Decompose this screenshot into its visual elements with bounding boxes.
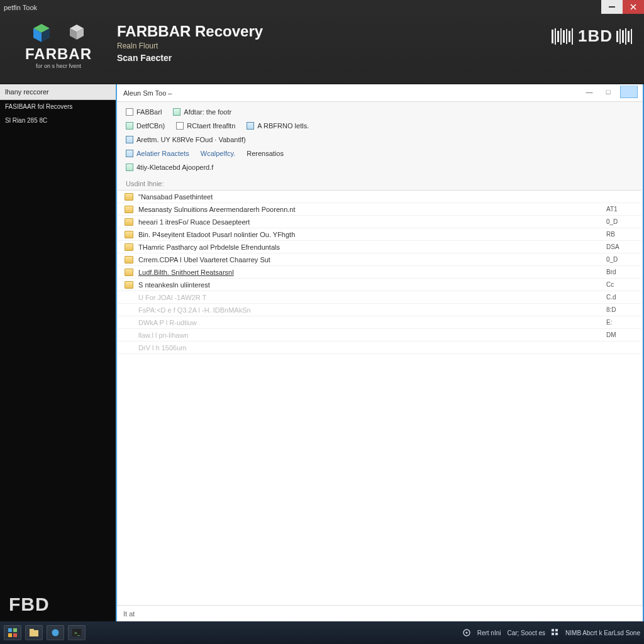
panel-minimize-button[interactable]: — [582, 86, 596, 97]
folder-icon [125, 193, 133, 201]
list-item-name: heeari 1 itresFo/ Ruace Desaepteert [138, 218, 606, 226]
folder-icon [125, 294, 133, 301]
scan-option-r2-0[interactable]: DetfCBn) [126, 122, 165, 130]
list-item[interactable]: THamric Pastharcy aol Prbdelsle Efrendun… [118, 241, 641, 253]
folder-icon [125, 344, 133, 352]
folder-icon [125, 231, 133, 238]
scan-option-r4-2[interactable]: Rerensatios [247, 150, 284, 157]
browser-icon [51, 629, 60, 636]
option-label: A RBFRNO letls. [257, 122, 309, 130]
panel-maximize-button[interactable]: □ [601, 86, 615, 97]
cube-logo-icon [31, 23, 52, 44]
folder-icon [125, 319, 133, 326]
list-item[interactable]: DrV l h 1506um [118, 341, 641, 354]
list-item-name: THamric Pastharcy aol Prbdelsle Efrendun… [138, 243, 606, 251]
tray-text-1[interactable]: Rert nIni [477, 630, 501, 636]
checkbox-icon [126, 136, 133, 143]
scan-option-r1-0[interactable]: FABBarl [126, 108, 162, 116]
option-label: 4tiy-Kletacebd Ajooperd.f [136, 164, 213, 171]
sidebar-spacer [0, 127, 116, 587]
list-item[interactable]: Crrem.CDPA I Ubel Vaarteret Chaarrey Sut… [118, 253, 641, 266]
option-label: Arettm. UY K8RVe FOud · Vabantlf) [136, 136, 246, 143]
tray-text-2[interactable]: Car; Sooct es [507, 630, 545, 636]
option-label: DetfCBn) [136, 122, 165, 130]
list-item-name: llaw.l l pn-lihawn [138, 331, 606, 339]
tray-text-3[interactable]: NIMB Abcrt k EarLsd Sone [565, 630, 640, 636]
taskbar-app-3[interactable]: >_ [68, 625, 86, 640]
option-label: Wcalpelfcy. [201, 150, 235, 157]
taskbar-app-2[interactable] [47, 625, 64, 640]
panel-action-button[interactable] [620, 86, 638, 98]
list-item[interactable]: FsPA:<D e f Q3.2A l -H. IDBnMAkSn8:D [118, 304, 641, 316]
list-item[interactable]: Bin. P4seyitent Etadoot Pusarl nolintier… [118, 228, 641, 241]
svg-rect-12 [560, 28, 562, 45]
folder-icon [125, 331, 133, 339]
logo-subtitle: for on s hecr fvent [36, 63, 81, 69]
app-subtitle-2: Scan Faecter [117, 53, 636, 63]
checkbox-icon [126, 164, 133, 171]
list-item[interactable]: DWkA P l R-udtiuwE: [118, 316, 641, 329]
svg-rect-36 [552, 633, 554, 635]
folder-icon [125, 243, 133, 251]
checkbox-icon [173, 108, 180, 116]
list-item-tag: C.d [606, 294, 635, 301]
sidebar-nav-recovery[interactable]: lhany reccorer [0, 84, 116, 100]
sidebar-sub-1[interactable]: FASIBAAR fol Recovers [0, 100, 116, 114]
system-tray: Rert nIni Car; Sooct es NIMB Abcrt k Ear… [462, 628, 640, 637]
folder-icon [125, 206, 133, 213]
list-item-name: U For JOAl -1AW2R T [138, 294, 606, 301]
minimize-button[interactable] [601, 0, 623, 14]
scan-option-r4-1[interactable]: Wcalpelfcy. [201, 150, 235, 157]
list-item-name: Mesanasty Sulnuitions Areermendarerh Poo… [138, 206, 606, 213]
scan-option-r2-1[interactable]: RCtaert lfreafltn [176, 122, 235, 130]
folder-icon [125, 306, 133, 314]
option-label: Rerensatios [247, 150, 284, 157]
taskbar-start-button[interactable] [4, 625, 21, 640]
gear-icon[interactable] [462, 628, 471, 637]
results-list[interactable]: "Nansabad PasethinteetMesanasty Sulnuiti… [118, 190, 641, 605]
svg-rect-13 [563, 30, 565, 43]
svg-rect-28 [30, 629, 34, 631]
scan-option-r4-0[interactable]: Aelatier Raactets [126, 150, 189, 157]
taskbar-app-1[interactable] [25, 625, 43, 640]
list-item-tag: DM [606, 331, 635, 338]
folder-icon [125, 256, 133, 264]
list-item[interactable]: heeari 1 itresFo/ Ruace Desaepteert0_D [118, 216, 641, 228]
svg-rect-16 [572, 28, 573, 45]
svg-rect-19 [622, 30, 624, 43]
breadcrumb-bar: Aleun Sm Too – — □ [117, 84, 643, 102]
options-row-2: DetfCBn)RCtaert lfreafltnA RBFRNO letls. [117, 116, 643, 130]
close-button[interactable] [623, 0, 644, 14]
list-item-name: FsPA:<D e f Q3.2A l -H. IDBnMAkSn [138, 306, 606, 314]
list-item[interactable]: Ludf.Bilth. Snithoert ReatsarsnlBrd [118, 266, 641, 279]
breadcrumb-text: Aleun Sm Too – [123, 89, 172, 97]
grid-icon[interactable] [552, 629, 559, 636]
list-item-name: Ludf.Bilth. Snithoert Reatsarsnl [138, 269, 606, 276]
option-label: FABBarl [136, 108, 162, 116]
svg-rect-34 [552, 629, 554, 631]
list-item[interactable]: "Nansabad Pasethinteet [118, 191, 641, 203]
svg-rect-26 [13, 633, 17, 637]
scan-options: FABBarlAfdtar: the footr DetfCBn)RCtaert… [117, 102, 643, 175]
list-item[interactable]: Mesanasty Sulnuitions Areermendarerh Poo… [118, 203, 641, 216]
scan-option-r1-1[interactable]: Afdtar: the footr [173, 108, 231, 116]
svg-rect-14 [566, 29, 567, 44]
list-item[interactable]: U For JOAl -1AW2R TC.d [118, 291, 641, 304]
scan-option-r5-0[interactable]: 4tiy-Kletacebd Ajooperd.f [126, 164, 213, 171]
window-title: petfin Took [4, 4, 37, 11]
svg-rect-9 [552, 30, 553, 43]
checkbox-icon [247, 122, 254, 130]
list-item[interactable]: llaw.l l pn-lihawnDM [118, 329, 641, 341]
list-section-label: Usdint lhnie: [117, 175, 643, 189]
svg-rect-25 [8, 633, 12, 637]
status-bar: It at [117, 605, 643, 621]
package-icon [67, 23, 86, 42]
list-item[interactable]: S nteankesln uliinterestCc [118, 279, 641, 291]
svg-text:>_: >_ [74, 630, 80, 636]
scan-option-r3-0[interactable]: Arettm. UY K8RVe FOud · Vabantlf) [126, 136, 246, 143]
partner-logo-text: 1BD [578, 26, 613, 46]
sidebar-sub-2[interactable]: Sl Rian 285 8C [0, 114, 116, 128]
option-label: Aelatier Raactets [136, 150, 189, 157]
main-panel: Aleun Sm Too – — □ FABBarlAfdtar: the fo… [117, 84, 644, 621]
scan-option-r2-2[interactable]: A RBFRNO letls. [247, 122, 309, 130]
